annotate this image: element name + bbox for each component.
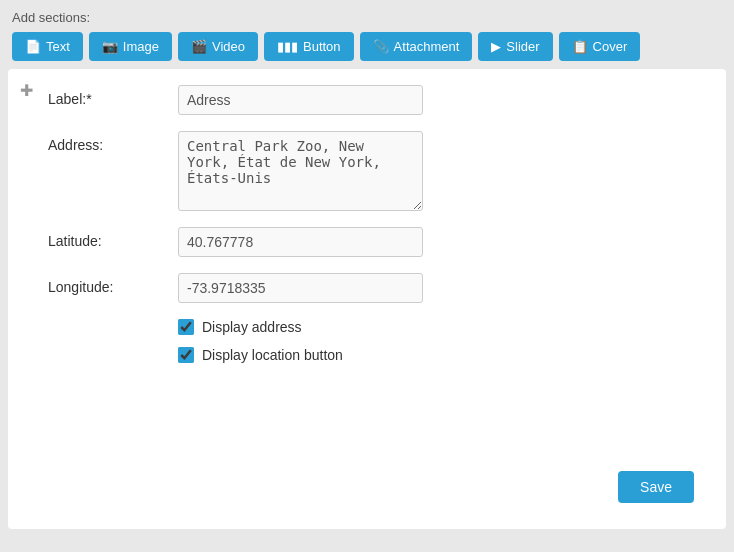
text-button-label: Text (46, 39, 70, 54)
text-button[interactable]: 📄 Text (12, 32, 83, 61)
address-textarea[interactable]: Central Park Zoo, New York, État de New … (178, 131, 423, 211)
top-bar: Add sections: 📄 Text 📷 Image 🎬 Video ▮▮▮… (0, 0, 734, 69)
address-field-label: Address: (48, 131, 178, 153)
display-location-button-checkbox[interactable] (178, 347, 194, 363)
text-icon: 📄 (25, 39, 41, 54)
image-button-label: Image (123, 39, 159, 54)
button-button-label: Button (303, 39, 341, 54)
address-row: Address: Central Park Zoo, New York, Éta… (28, 131, 706, 211)
attachment-button[interactable]: 📎 Attachment (360, 32, 473, 61)
section-buttons: 📄 Text 📷 Image 🎬 Video ▮▮▮ Button 📎 Atta… (12, 32, 722, 61)
slider-button-label: Slider (506, 39, 539, 54)
attachment-button-label: Attachment (394, 39, 460, 54)
display-address-checkbox[interactable] (178, 319, 194, 335)
cover-button[interactable]: 📋 Cover (559, 32, 641, 61)
slider-icon: ▶ (491, 39, 501, 54)
display-address-label[interactable]: Display address (202, 319, 302, 335)
latitude-row: Latitude: (28, 227, 706, 257)
cover-icon: 📋 (572, 39, 588, 54)
display-location-button-label[interactable]: Display location button (202, 347, 343, 363)
slider-button[interactable]: ▶ Slider (478, 32, 552, 61)
video-button[interactable]: 🎬 Video (178, 32, 258, 61)
label-row: Label:* (28, 85, 706, 115)
image-button[interactable]: 📷 Image (89, 32, 172, 61)
latitude-input[interactable] (178, 227, 423, 257)
label-input[interactable] (178, 85, 423, 115)
display-address-row: Display address (28, 319, 706, 335)
attachment-icon: 📎 (373, 39, 389, 54)
save-button[interactable]: Save (618, 471, 694, 503)
longitude-field-label: Longitude: (48, 273, 178, 295)
cover-button-label: Cover (593, 39, 628, 54)
add-sections-label: Add sections: (12, 10, 722, 25)
longitude-input[interactable] (178, 273, 423, 303)
main-content: ✚ Label:* Address: Central Park Zoo, New… (8, 69, 726, 529)
longitude-row: Longitude: (28, 273, 706, 303)
video-icon: 🎬 (191, 39, 207, 54)
latitude-field-label: Latitude: (48, 227, 178, 249)
button-icon: ▮▮▮ (277, 39, 298, 54)
display-location-button-row: Display location button (28, 347, 706, 363)
video-button-label: Video (212, 39, 245, 54)
button-button[interactable]: ▮▮▮ Button (264, 32, 354, 61)
save-btn-row: Save (618, 461, 710, 513)
image-icon: 📷 (102, 39, 118, 54)
label-field-label: Label:* (48, 85, 178, 107)
drag-handle-icon[interactable]: ✚ (20, 81, 33, 100)
